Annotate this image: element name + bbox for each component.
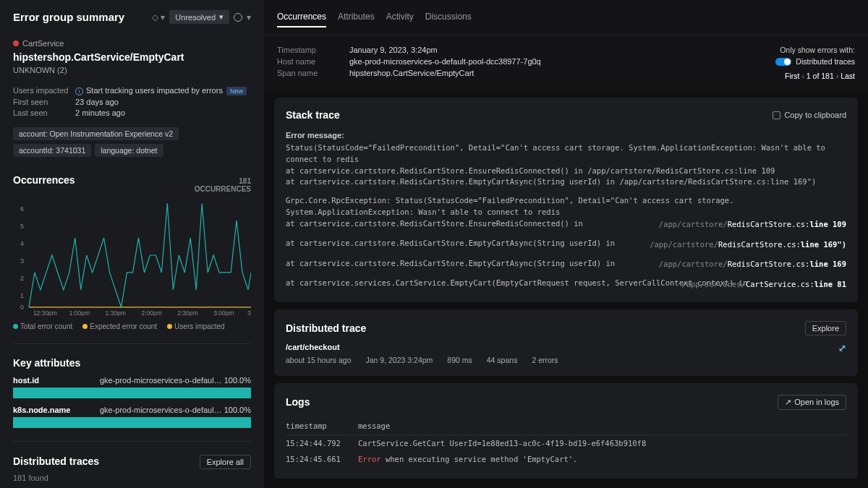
tab-attributes[interactable]: Attributes bbox=[338, 7, 375, 27]
dist-traces-title: Distributed traces bbox=[13, 455, 99, 467]
svg-text:5: 5 bbox=[20, 223, 24, 230]
info-icon[interactable]: i bbox=[75, 87, 83, 95]
hostname-label: Host name bbox=[277, 57, 349, 66]
svg-text:6: 6 bbox=[20, 205, 24, 213]
log-col-timestamp: timestamp bbox=[286, 421, 358, 430]
stack-trace-body: Status(StatusCode="FailedPrecondition", … bbox=[286, 142, 846, 291]
status-dropdown[interactable]: Unresolved▾ bbox=[169, 10, 229, 24]
dist-traces-found: 181 found bbox=[13, 474, 251, 482]
tab-discussions[interactable]: Discussions bbox=[425, 7, 472, 27]
last-seen-label: Last seen bbox=[13, 108, 75, 117]
filter-label: Only show errors with: bbox=[775, 46, 855, 54]
error-name: hipstershop.CartService/EmptyCart bbox=[13, 51, 251, 63]
open-in-logs-button[interactable]: ↗ Open in logs bbox=[778, 395, 846, 410]
trace-name: /cart/checkout bbox=[286, 343, 340, 354]
svg-text:0: 0 bbox=[20, 304, 24, 311]
logs-title: Logs bbox=[286, 396, 310, 408]
error-subtitle: UNKNOWN (2) bbox=[13, 66, 251, 74]
user-icon[interactable] bbox=[234, 13, 242, 22]
occurrences-chart[interactable]: 6543210 12:30pm1:00pm1:30pm2:00pm2:30pm3… bbox=[13, 200, 251, 318]
tab-activity[interactable]: Activity bbox=[386, 7, 414, 27]
svg-text:2: 2 bbox=[20, 275, 24, 282]
attr-hostid-name: host.id bbox=[13, 376, 39, 385]
tag-language[interactable]: language: dotnet bbox=[95, 144, 163, 157]
service-name: CartService bbox=[22, 39, 64, 48]
copy-icon bbox=[773, 111, 780, 119]
attr-k8s-bar bbox=[13, 417, 251, 428]
share-icon[interactable]: ◇ ▾ bbox=[152, 12, 165, 22]
last-seen-value: 2 minutes ago bbox=[75, 108, 125, 117]
copy-clipboard-button[interactable]: Copy to clipboard bbox=[773, 111, 846, 119]
attr-hostid-bar bbox=[13, 388, 251, 398]
svg-text:1: 1 bbox=[20, 292, 24, 299]
pager-position: 1 of 181 bbox=[807, 72, 834, 80]
expand-icon[interactable]: ⤢ bbox=[838, 343, 846, 354]
key-attributes-title: Key attributes bbox=[13, 357, 251, 369]
hostname-value: gke-prod-microservices-o-default-pool-dc… bbox=[349, 57, 541, 66]
stack-trace-title: Stack trace bbox=[286, 109, 340, 121]
tag-accountid[interactable]: accountId: 3741031 bbox=[13, 144, 91, 157]
log-row[interactable]: 15:24:44.792CartService.GetCart UserId=1… bbox=[286, 435, 846, 451]
log-col-message: message bbox=[358, 421, 846, 430]
timestamp-value: January 9, 2023, 3:24pm bbox=[349, 46, 438, 54]
first-seen-label: First seen bbox=[13, 98, 75, 106]
svg-text:1:00pm: 1:00pm bbox=[69, 309, 90, 316]
svg-text:1:30pm: 1:30pm bbox=[106, 309, 126, 316]
svg-text:3: 3 bbox=[247, 309, 251, 316]
svg-text:3: 3 bbox=[20, 257, 24, 265]
error-message-label: Error message: bbox=[286, 131, 846, 140]
service-status-dot bbox=[13, 40, 19, 46]
new-badge: New bbox=[226, 87, 247, 95]
first-seen-value: 23 days ago bbox=[75, 98, 119, 106]
timestamp-label: Timestamp bbox=[277, 46, 349, 54]
distributed-trace-title: Distributed trace bbox=[286, 322, 366, 334]
svg-text:2:30pm: 2:30pm bbox=[177, 309, 197, 316]
external-link-icon: ↗ bbox=[785, 398, 791, 407]
page-title: Error group summary bbox=[13, 11, 124, 23]
attr-k8s-name: k8s.node.name bbox=[13, 406, 70, 414]
occurrences-title: Occurrences bbox=[13, 174, 75, 186]
spanname-label: Span name bbox=[277, 69, 349, 77]
svg-text:3:00pm: 3:00pm bbox=[213, 309, 234, 316]
pager-last[interactable]: Last bbox=[841, 72, 855, 80]
tab-occurrences[interactable]: Occurrences bbox=[277, 7, 326, 27]
explore-all-button[interactable]: Explore all bbox=[200, 455, 251, 469]
svg-text:4: 4 bbox=[20, 240, 24, 247]
tag-account[interactable]: account: Open Instrumentation Experience… bbox=[13, 127, 179, 140]
users-impacted-label: Users impacted bbox=[13, 86, 75, 95]
chart-legend: Total error count Expected error count U… bbox=[13, 322, 251, 330]
svg-text:12:30pm: 12:30pm bbox=[33, 309, 57, 316]
spanname-value: hipstershop.CartService/EmptyCart bbox=[349, 69, 474, 77]
log-row[interactable]: 15:24:45.661Error when executing service… bbox=[286, 451, 846, 467]
svg-text:2:00pm: 2:00pm bbox=[141, 309, 161, 316]
explore-button[interactable]: Explore bbox=[805, 321, 846, 335]
pager-first[interactable]: First bbox=[785, 72, 799, 80]
distributed-traces-toggle[interactable] bbox=[775, 58, 791, 66]
